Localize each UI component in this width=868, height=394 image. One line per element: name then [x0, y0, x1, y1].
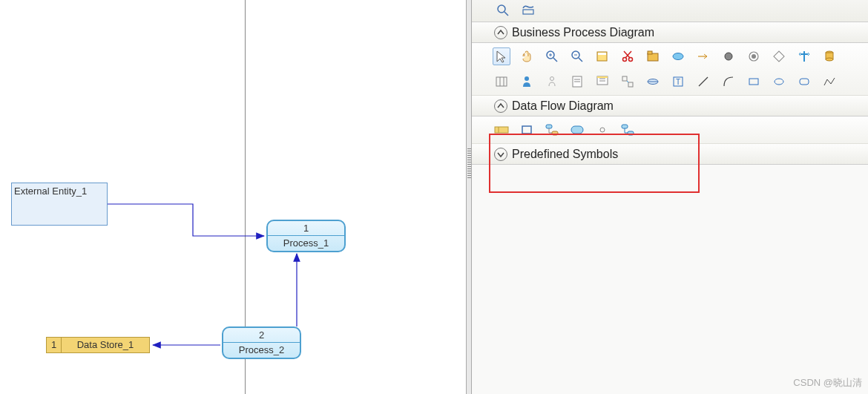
role-tool[interactable] [518, 73, 536, 91]
rounded-rect-tool[interactable] [795, 73, 813, 91]
external-entity-node[interactable]: External Entity_1 [11, 183, 108, 226]
svg-rect-11 [598, 53, 606, 55]
diagram-canvas[interactable]: External Entity_1 1 Process_1 2 Process_… [0, 0, 466, 394]
svg-rect-2 [523, 10, 533, 14]
splitter-grip-icon [467, 148, 471, 178]
palette-bpd-header[interactable]: Business Process Diagram [472, 22, 868, 43]
svg-line-6 [553, 58, 557, 62]
svg-point-22 [752, 54, 756, 59]
start-event-tool[interactable] [669, 47, 687, 65]
svg-rect-59 [622, 125, 628, 128]
chevron-up-icon [494, 26, 507, 39]
line-tool[interactable] [694, 73, 712, 91]
polyline-tool[interactable] [821, 73, 838, 91]
text-annotation-tool[interactable]: T [669, 73, 687, 91]
process-1-label: Process_1 [268, 236, 344, 251]
svg-point-50 [775, 79, 783, 85]
svg-rect-42 [628, 82, 633, 87]
package-tool[interactable] [644, 47, 662, 65]
svg-point-58 [600, 128, 605, 132]
svg-line-9 [579, 58, 582, 62]
splitter[interactable] [466, 0, 472, 394]
svg-rect-52 [495, 127, 508, 133]
process-2-label: Process_2 [223, 343, 300, 358]
watermark-text: CSDN @晓山清 [793, 376, 862, 390]
chevron-up-icon [494, 99, 507, 113]
svg-point-32 [525, 76, 529, 81]
intermediate-event-tool[interactable] [745, 47, 763, 65]
svg-point-18 [673, 53, 683, 60]
svg-rect-17 [648, 51, 652, 54]
data-object-tool[interactable] [821, 47, 838, 65]
event-gateway-tool[interactable] [795, 47, 813, 65]
datastore-node[interactable]: 1 Data Store_1 [46, 337, 150, 353]
panel-top-toolbar [472, 0, 868, 22]
pool-tool[interactable] [644, 73, 662, 91]
svg-rect-57 [571, 126, 583, 134]
svg-line-43 [627, 81, 628, 82]
svg-point-0 [498, 5, 505, 13]
cut-tool[interactable] [619, 47, 637, 65]
group-tool[interactable] [493, 73, 510, 91]
palette-bpd-toolbar: T [472, 43, 868, 96]
svg-rect-55 [546, 125, 552, 128]
svg-point-20 [725, 53, 732, 60]
message-tool[interactable] [594, 73, 611, 91]
svg-rect-40 [597, 76, 608, 78]
process-1-node[interactable]: 1 Process_1 [266, 220, 346, 252]
end-event-tool[interactable] [720, 47, 737, 65]
outline-icon[interactable] [519, 1, 537, 19]
svg-rect-54 [522, 126, 531, 134]
rectangle-tool[interactable] [745, 73, 763, 91]
datastore-label: Data Store_1 [62, 338, 149, 352]
zoom-out-tool[interactable] [568, 47, 586, 65]
sequence-flow-tool[interactable] [694, 47, 712, 65]
external-entity-label: External Entity_1 [14, 185, 87, 197]
curve-tool[interactable] [720, 73, 737, 91]
pointer-tool[interactable] [493, 47, 510, 65]
palette-dfd-title: Data Flow Diagram [512, 99, 614, 113]
ellipse-tool[interactable] [770, 73, 788, 91]
grab-tool[interactable] [518, 47, 536, 65]
svg-rect-49 [749, 79, 758, 85]
highlight-annotation [489, 134, 700, 193]
datastore-number: 1 [47, 338, 62, 352]
zoom-in-tool[interactable] [543, 47, 561, 65]
svg-rect-23 [774, 51, 784, 62]
svg-rect-29 [496, 77, 507, 86]
zoom-icon[interactable] [494, 1, 512, 19]
gateway-tool[interactable] [770, 47, 788, 65]
properties-tool[interactable] [594, 47, 611, 65]
svg-point-28 [826, 58, 833, 61]
svg-line-1 [504, 12, 508, 16]
svg-line-48 [699, 77, 708, 86]
svg-rect-41 [622, 76, 627, 81]
svg-text:T: T [676, 78, 680, 86]
process-2-node[interactable]: 2 Process_2 [222, 326, 301, 359]
org-unit-tool[interactable] [543, 73, 561, 91]
palette-bpd-title: Business Process Diagram [512, 26, 654, 39]
svg-rect-51 [800, 79, 809, 85]
svg-point-33 [550, 77, 554, 81]
palette-dfd-header[interactable]: Data Flow Diagram [472, 96, 868, 116]
palette-panel: Business Process Diagram T [472, 0, 868, 394]
message-flow-tool[interactable] [619, 73, 637, 91]
process-1-number: 1 [268, 221, 344, 236]
process-2-number: 2 [223, 328, 300, 343]
document-tool[interactable] [568, 73, 586, 91]
